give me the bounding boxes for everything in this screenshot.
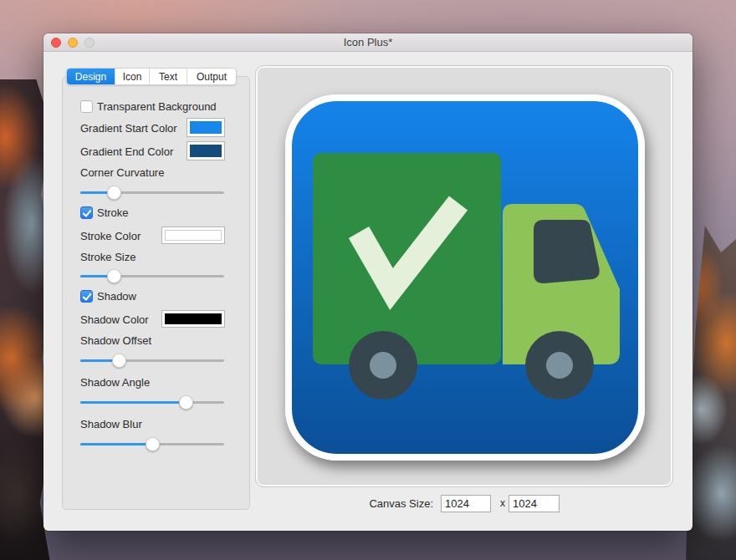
stroke-row: Stroke [80, 206, 129, 220]
shadow-color-label: Shadow Color [80, 313, 149, 326]
gradient-start-swatch [190, 121, 222, 134]
window-title: Icon Plus* [43, 33, 693, 52]
stroke-color-well[interactable] [161, 227, 225, 244]
shadow-offset-slider[interactable] [80, 354, 224, 368]
slider-thumb[interactable] [112, 354, 126, 368]
shadow-blur-slider[interactable] [80, 437, 224, 451]
transparent-background-checkbox[interactable] [80, 100, 93, 113]
shadow-color-well[interactable] [161, 310, 225, 328]
shadow-row: Shadow [80, 289, 136, 303]
app-icon [285, 94, 645, 461]
shadow-color-row: Shadow Color [80, 313, 149, 327]
stroke-color-row: Stroke Color [80, 229, 141, 243]
shadow-angle-slider[interactable] [80, 395, 224, 410]
wallpaper-right-peak [686, 226, 736, 560]
canvas-width-input[interactable] [441, 495, 491, 512]
corner-curvature-label: Corner Curvature [80, 166, 164, 179]
shadow-angle-label: Shadow Angle [80, 376, 150, 389]
truck-icon [292, 101, 638, 454]
close-button[interactable] [51, 38, 61, 48]
design-settings-panel: Transparent Background Gradient Start Co… [62, 76, 250, 510]
tab-bar: Design Icon Text Output [66, 68, 237, 85]
gradient-end-color-well[interactable] [187, 141, 225, 160]
app-window: Icon Plus* Design Icon Text Output Trans… [43, 33, 693, 531]
canvas-height-input[interactable] [509, 495, 560, 512]
icon-preview-pane [255, 65, 673, 487]
tab-icon[interactable]: Icon [115, 69, 150, 84]
titlebar[interactable]: Icon Plus* [43, 33, 693, 52]
corner-curvature-row: Corner Curvature [80, 165, 164, 180]
corner-curvature-slider[interactable] [80, 186, 224, 200]
slider-fill [80, 401, 186, 404]
gradient-end-label: Gradient End Color [80, 145, 173, 158]
gradient-start-label: Gradient Start Color [80, 122, 177, 135]
slider-fill [80, 443, 152, 445]
canvas-size-label: Canvas Size: [369, 497, 433, 510]
gradient-start-color-well[interactable] [187, 118, 225, 137]
truck-hub-right [546, 352, 573, 379]
shadow-label: Shadow [97, 290, 136, 303]
tab-design[interactable]: Design [67, 69, 115, 84]
gradient-end-row: Gradient End Color [80, 145, 173, 159]
transparent-background-row: Transparent Background [80, 99, 217, 114]
slider-thumb[interactable] [107, 269, 121, 283]
minimize-button[interactable] [68, 38, 78, 48]
shadow-checkbox[interactable] [80, 290, 93, 303]
stroke-size-label: Stroke Size [80, 251, 135, 263]
shadow-offset-row: Shadow Offset [80, 333, 151, 348]
stroke-checkbox[interactable] [80, 206, 93, 219]
stroke-size-slider[interactable] [80, 269, 224, 283]
shadow-blur-label: Shadow Blur [80, 418, 142, 430]
shadow-angle-row: Shadow Angle [80, 375, 150, 389]
gradient-start-row: Gradient Start Color [80, 121, 177, 135]
transparent-background-label: Transparent Background [97, 100, 217, 113]
slider-thumb[interactable] [146, 437, 160, 451]
stroke-color-label: Stroke Color [80, 230, 141, 242]
stroke-color-swatch [165, 230, 222, 241]
stroke-label: Stroke [97, 206, 129, 219]
stroke-size-row: Stroke Size [80, 250, 135, 264]
tab-text[interactable]: Text [150, 69, 187, 84]
truck-window [534, 220, 600, 283]
shadow-blur-row: Shadow Blur [80, 417, 142, 431]
zoom-button[interactable] [84, 38, 95, 48]
slider-thumb[interactable] [179, 395, 193, 410]
gradient-end-swatch [190, 145, 222, 157]
tab-output[interactable]: Output [187, 69, 236, 84]
slider-thumb[interactable] [107, 186, 121, 200]
canvas-size-separator: x [500, 497, 505, 509]
truck-hub-left [370, 352, 396, 379]
shadow-offset-label: Shadow Offset [80, 334, 151, 347]
shadow-color-swatch [165, 313, 222, 324]
